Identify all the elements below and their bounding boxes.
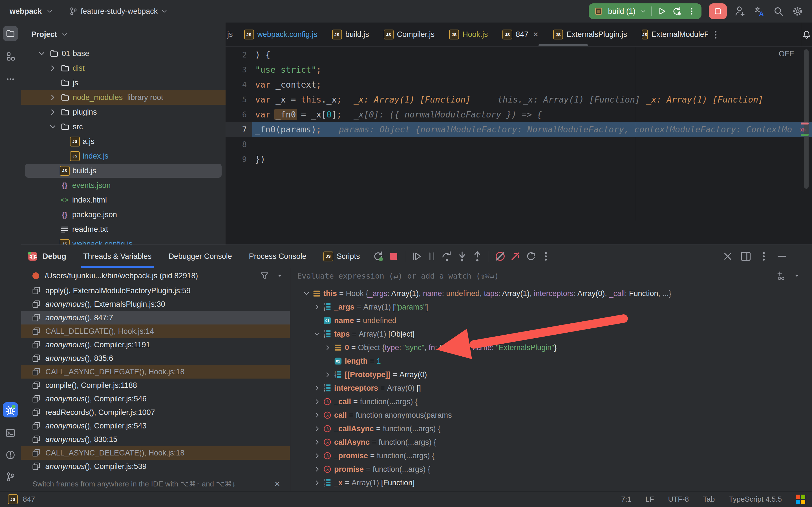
editor-tab-Compiler.js[interactable]: JSCompiler.js [376, 22, 442, 47]
more-icon[interactable] [540, 250, 552, 263]
variable-row-_call[interactable]: λ_call=function(...args) { [290, 395, 812, 408]
step-over-icon[interactable] [441, 250, 453, 263]
chevron-right-icon[interactable] [313, 397, 321, 406]
chevron-down-icon[interactable] [48, 122, 57, 131]
editor-tab-build.js[interactable]: JSbuild.js [325, 22, 376, 47]
tab-scrollbar-thumb[interactable] [539, 44, 588, 46]
more-icon[interactable] [758, 250, 770, 263]
editor-tab-ExternalModuleFac[interactable]: JSExternalModuleFac [635, 22, 708, 47]
tree-row-a.js[interactable]: JSa.js [21, 134, 225, 149]
tree-row-01-base[interactable]: 01-base [21, 46, 225, 61]
chevron-right-icon[interactable] [324, 343, 332, 352]
close-icon[interactable]: ✕ [274, 480, 280, 489]
problems-tool-button[interactable] [3, 447, 18, 462]
stop-button[interactable] [709, 3, 727, 19]
git-tool-button[interactable] [3, 469, 18, 485]
notifications-bell-icon[interactable] [802, 30, 811, 40]
code-line-2[interactable]: 2) { [225, 47, 812, 62]
translate-icon[interactable]: A [753, 5, 765, 17]
variable-row-taps[interactable]: 123taps=Array(1) [Object] [290, 327, 812, 341]
frame-row[interactable]: anonymous(), 847:7 [21, 311, 290, 325]
project-tool-button[interactable] [3, 26, 18, 41]
breakpoints-disabled-icon[interactable] [509, 250, 522, 263]
chevron-down-icon[interactable] [793, 272, 801, 280]
variable-row-_promise[interactable]: λ_promise=function(...args) { [290, 449, 812, 462]
variable-row-name[interactable]: 01name=undefined [290, 314, 812, 327]
chevron-right-icon[interactable] [313, 478, 321, 487]
add-watch-icon[interactable] [776, 271, 786, 281]
more-icon[interactable] [687, 6, 696, 16]
frame-row[interactable]: anonymous(), 835:6 [21, 351, 290, 365]
status-item-utf-8[interactable]: UTF-8 [668, 495, 689, 504]
frame-row[interactable]: CALL_DELEGATE(), Hook.js:14 [21, 325, 290, 338]
variable-row-[[Prototype]][interactable]: 123[[Prototype]]=Array(0) [290, 368, 812, 381]
evaluate-expression-bar[interactable]: Evaluate expression (↵) or add a watch (… [290, 268, 812, 284]
frame-row[interactable]: readRecords(), Compiler.js:1007 [21, 406, 290, 419]
close-icon[interactable] [721, 250, 734, 263]
code-line-7[interactable]: 7_fn0(params);params: Object {normalModu… [225, 122, 812, 137]
search-icon[interactable] [772, 5, 784, 17]
status-item-7-1[interactable]: 7:1 [621, 495, 631, 504]
editor-scrollbar[interactable] [804, 49, 809, 189]
chevron-right-icon[interactable] [313, 438, 321, 446]
variable-row-call[interactable]: λcall=function anonymous(params [290, 408, 812, 422]
chevron-right-icon[interactable] [313, 452, 321, 460]
frame-row[interactable]: CALL_ASYNC_DELEGATE(), Hook.js:18 [21, 365, 290, 379]
debug-tab-Process Console[interactable]: Process Console [241, 245, 315, 268]
chevron-right-icon[interactable] [313, 384, 321, 392]
tab-list-more-icon[interactable] [710, 29, 721, 40]
code-line-6[interactable]: 6var _fn0 = _x[0];_x[0]: ({ normalModule… [225, 107, 812, 122]
step-out-icon[interactable] [471, 250, 484, 263]
status-item-lf[interactable]: LF [645, 495, 654, 504]
frame-row[interactable]: anonymous(), Compiler.js:1191 [21, 338, 290, 351]
editor-tab-ExternalsPlugin.js[interactable]: JSExternalsPlugin.js [546, 22, 635, 47]
mute-breakpoints-icon[interactable] [494, 250, 506, 263]
frame-row[interactable]: anonymous(), Compiler.js:543 [21, 419, 290, 433]
variable-row-interceptors[interactable]: 123interceptors=Array(0) [] [290, 381, 812, 395]
reset-frame-icon[interactable] [524, 250, 537, 263]
resume-program-icon[interactable] [410, 250, 423, 263]
variable-row-promise[interactable]: λpromise=function(...args) { [290, 462, 812, 476]
chevron-right-icon[interactable] [313, 411, 321, 419]
tree-row-src[interactable]: src [21, 119, 225, 134]
tree-row-webpack.config.js[interactable]: JSwebpack.config.js [21, 237, 225, 244]
tree-row-plugins[interactable]: plugins [21, 105, 225, 119]
variable-row-_x[interactable]: 123_x=Array(1) [Function] [290, 476, 812, 490]
frame-row[interactable]: anonymous(), ExternalsPlugin.js:30 [21, 297, 290, 311]
stop-icon[interactable] [388, 250, 400, 263]
status-item-typescript-4-5-5[interactable]: TypeScript 4.5.5 [729, 495, 782, 504]
debug-tab-Scripts[interactable]: JSScripts [315, 245, 368, 268]
variable-row-_args[interactable]: 123_args=Array(1) ["params"] [290, 300, 812, 314]
layout-settings-icon[interactable] [740, 250, 752, 263]
chevron-right-icon[interactable] [313, 465, 321, 473]
variable-row-0[interactable]: 0=Object {type: "sync", fn: Function, na… [290, 341, 812, 354]
code-editor[interactable]: 2) {3"use strict";4var _context;5var _x … [225, 47, 812, 244]
chevron-right-icon[interactable] [324, 371, 332, 379]
debug-tool-button[interactable] [3, 402, 18, 417]
editor-tab-webpack.config.js[interactable]: JSwebpack.config.js [237, 22, 325, 47]
code-line-3[interactable]: 3"use strict"; [225, 62, 812, 77]
minimize-icon[interactable] [776, 250, 788, 263]
tree-row-node_modules[interactable]: node_moduleslibrary root [21, 90, 225, 105]
tree-row-index.js[interactable]: JSindex.js [21, 149, 225, 163]
chevron-down-icon[interactable] [313, 330, 321, 338]
editor-tab-clipped[interactable]: js [225, 30, 237, 39]
tree-row-build.js[interactable]: JSbuild.js [21, 163, 225, 178]
project-switcher[interactable]: webpack [10, 7, 42, 16]
more-tools-button[interactable] [3, 71, 18, 87]
frame-row[interactable]: anonymous(), Compiler.js:546 [21, 392, 290, 406]
code-line-5[interactable]: 5var _x = this._x;_x: Array(1) [Function… [225, 92, 812, 107]
add-user-icon[interactable] [734, 5, 746, 17]
chevron-right-icon[interactable] [313, 303, 321, 311]
variable-row-this[interactable]: this=Hook {_args: Array(1), name: undefi… [290, 287, 812, 300]
rerun-debug-button[interactable] [672, 6, 682, 17]
variable-row-_callAsync[interactable]: λ_callAsync=function(...args) { [290, 422, 812, 436]
code-line-4[interactable]: 4var _context; [225, 77, 812, 92]
filter-funnel-icon[interactable] [259, 271, 269, 281]
chevron-right-icon[interactable] [48, 107, 57, 117]
variable-row-callAsync[interactable]: λcallAsync=function(...args) { [290, 436, 812, 449]
frame-row[interactable]: anonymous(), Compiler.js:539 [21, 460, 290, 473]
tree-row-index.html[interactable]: <>index.html [21, 193, 225, 207]
plugin-squares-icon[interactable] [796, 495, 805, 504]
pause-program-icon[interactable] [425, 250, 438, 263]
